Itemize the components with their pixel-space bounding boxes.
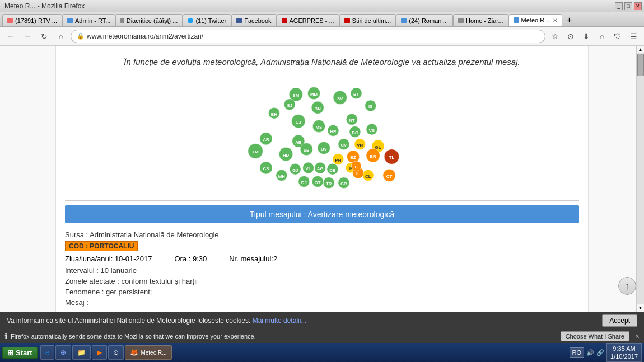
- tab-diacritice[interactable]: Diacritice (ăâîșț) ...: [115, 14, 183, 26]
- reload-button[interactable]: ↻: [37, 29, 52, 44]
- page-content: În funcție de evoluția meteorologică, Ad…: [56, 46, 588, 312]
- mesaj-text: Mesaj :: [65, 298, 88, 307]
- minimize-button[interactable]: _: [615, 2, 623, 10]
- svg-text:MH: MH: [278, 173, 285, 178]
- firefox-notification-bar: ℹ Firefox automatically sends some data …: [0, 330, 644, 343]
- close-button[interactable]: ✕: [634, 2, 642, 10]
- home-nav-button[interactable]: ⌂: [595, 29, 609, 44]
- svg-text:GL: GL: [375, 144, 381, 149]
- tab-facebook[interactable]: Facebook: [231, 14, 276, 26]
- tab-favicon: [120, 18, 124, 23]
- taskbar: ⊞ Start e ⊕ 📁 ▶ ⊙ 🦊 Meteo R... RO 🔊 🔗 9:…: [0, 343, 644, 362]
- tab-ziar[interactable]: Home - Ziar...: [453, 14, 508, 26]
- cookie-bar: Va informam ca site-ul Administratiei Na…: [0, 312, 644, 330]
- scroll-up-arrow[interactable]: ▲: [637, 46, 644, 53]
- svg-text:BC: BC: [352, 130, 358, 135]
- taskbar-right: RO 🔊 🔗 9:35 AM 1/10/2017: [570, 343, 642, 362]
- svg-text:BN: BN: [315, 106, 321, 111]
- left-margin: [0, 46, 56, 312]
- bookmark-star-button[interactable]: ☆: [548, 29, 562, 44]
- svg-text:GJ: GJ: [292, 167, 298, 172]
- svg-text:B: B: [355, 165, 358, 169]
- choose-share-button[interactable]: Choose What I Share: [561, 331, 629, 341]
- start-button[interactable]: ⊞ Start: [2, 347, 38, 359]
- scroll-thumb[interactable]: [637, 54, 644, 76]
- tab-label: Home - Ziar...: [466, 17, 503, 24]
- sync-button[interactable]: ⊙: [563, 29, 578, 44]
- svg-text:AB: AB: [295, 139, 302, 144]
- interval-text: Intervalul : 10 ianuarie: [65, 266, 137, 275]
- svg-text:VS: VS: [369, 128, 375, 133]
- svg-text:OT: OT: [315, 180, 321, 185]
- tab-favicon: [188, 18, 193, 23]
- page-title: În funcție de evoluția meteorologică, Ad…: [65, 50, 579, 74]
- page-area: În funcție de evoluția meteorologică, Ad…: [0, 46, 644, 312]
- taskbar-chrome-button[interactable]: ⊙: [108, 345, 124, 360]
- download-button[interactable]: ⬇: [579, 29, 594, 44]
- new-tab-button[interactable]: +: [562, 14, 576, 26]
- back-button[interactable]: ←: [3, 29, 18, 44]
- svg-text:SV: SV: [337, 96, 343, 101]
- svg-text:VL: VL: [306, 166, 311, 171]
- tab-label: Admin - RT...: [75, 17, 110, 24]
- cookie-more-link[interactable]: Mai multe detalii...: [253, 317, 307, 325]
- menu-button[interactable]: ☰: [626, 29, 641, 44]
- window-title: Meteo R... - Mozilla Firefox: [4, 2, 85, 10]
- svg-text:HR: HR: [330, 129, 337, 134]
- source-row: Sursa : Administrația Națională de Meteo…: [65, 229, 579, 240]
- taskbar-explorer-button[interactable]: 📁: [72, 345, 91, 360]
- svg-text:NT: NT: [349, 117, 355, 123]
- tab-label: Știri de ultim...: [352, 17, 391, 24]
- tab-admin[interactable]: Admin - RT...: [62, 14, 115, 26]
- svg-text:TM: TM: [253, 149, 259, 154]
- start-label: Start: [16, 349, 32, 357]
- forward-button[interactable]: →: [20, 29, 35, 44]
- maximize-button[interactable]: □: [624, 2, 632, 10]
- taskbar-edge-button[interactable]: ⊕: [55, 345, 71, 360]
- tab-favicon: [7, 18, 13, 23]
- tab-close-icon[interactable]: ✕: [553, 17, 557, 23]
- message-type-text: Tipul mesajului : Avertizare meteorologi…: [250, 210, 394, 219]
- home-button[interactable]: ⌂: [54, 29, 68, 44]
- svg-text:CT: CT: [386, 173, 393, 178]
- message-nr-text: Nr. mesajului:2: [229, 255, 277, 263]
- tab-romania[interactable]: (24) Romani...: [396, 14, 453, 26]
- svg-text:AG: AG: [317, 166, 324, 171]
- tab-favicon: [344, 18, 350, 23]
- date-text: Ziua/luna/anul: 10-01-2017: [65, 255, 152, 263]
- svg-text:IS: IS: [368, 104, 372, 109]
- tab-label: (17891) RTV ...: [15, 17, 57, 24]
- cod-row: COD : PORTOCALIU: [65, 240, 579, 252]
- firefox-icon: ℹ: [4, 332, 7, 341]
- taskbar-firefox-button[interactable]: 🦊 Meteo R...: [125, 345, 171, 360]
- tab-label: (24) Romani...: [409, 17, 448, 24]
- clock[interactable]: 9:35 AM 1/10/2017: [606, 343, 642, 362]
- shield-button[interactable]: 🛡: [610, 29, 625, 44]
- taskbar-vlc-button[interactable]: ▶: [92, 345, 107, 360]
- accept-cookies-button[interactable]: Accept: [602, 314, 637, 327]
- tab-meteo[interactable]: Meteo R... ✕: [508, 14, 563, 26]
- taskbar-ie-button[interactable]: e: [40, 345, 55, 360]
- window-controls: _ □ ✕: [615, 2, 642, 10]
- top-divider: [65, 79, 579, 79]
- tab-twitter[interactable]: (11) Twitter: [183, 14, 231, 26]
- taskbar-lang: RO: [570, 347, 585, 358]
- tab-rtv[interactable]: (17891) RTV ...: [2, 14, 62, 26]
- firefox-close-button[interactable]: ×: [635, 332, 640, 341]
- info-section: Sursa : Administrația Națională de Meteo…: [65, 227, 579, 310]
- scroll-top-button[interactable]: ↑: [618, 277, 636, 295]
- svg-text:CJ: CJ: [296, 120, 301, 125]
- scroll-down-arrow[interactable]: ▼: [637, 304, 644, 312]
- phenomena-text: Fenomene : ger persistent;: [65, 288, 152, 296]
- zones-text: Zonele afectate : conform textului și hă…: [65, 277, 198, 285]
- tab-agerpres[interactable]: AGERPRES - ...: [277, 14, 339, 26]
- scroll-track[interactable]: [637, 53, 644, 304]
- vlc-icon: ▶: [97, 349, 102, 356]
- svg-text:PH: PH: [335, 157, 341, 162]
- url-input[interactable]: [87, 32, 539, 40]
- tab-label: (11) Twitter: [195, 17, 226, 24]
- firefox-taskbar-label: Meteo R...: [141, 350, 166, 356]
- date-time-row: Ziua/luna/anul: 10-01-2017 Ora : 9:30 Nr…: [65, 252, 579, 265]
- tab-stiri[interactable]: Știri de ultim...: [339, 14, 396, 26]
- clock-date: 1/10/2017: [610, 352, 638, 360]
